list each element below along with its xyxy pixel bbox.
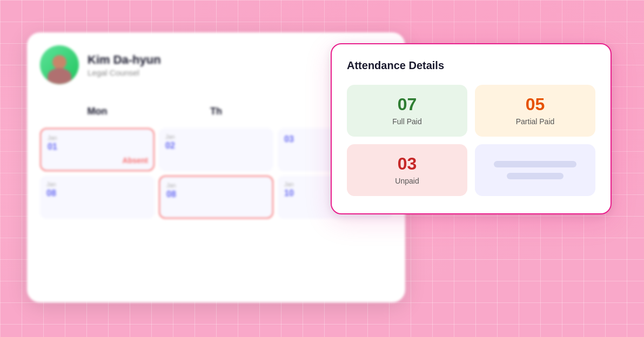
cal-month: Jan	[166, 182, 266, 188]
stat-label-unpaid: Unpaid	[355, 177, 459, 185]
profile-name: Kim Da-hyun	[88, 53, 161, 67]
stat-number-unpaid: 03	[355, 155, 459, 172]
stat-number-full-paid: 07	[355, 96, 459, 113]
cal-month: Jan	[165, 133, 267, 140]
stats-grid: 07 Full Paid 05 Partial Paid 03 Unpaid	[347, 85, 595, 196]
attendance-details-card: Attendance Details 07 Full Paid 05 Parti…	[331, 43, 612, 214]
avatar	[40, 45, 79, 84]
cal-status-absent: Absent	[123, 156, 148, 165]
cal-cell-jan08a: Jan 08	[40, 176, 155, 219]
cal-cell-jan02: Jan 02	[159, 128, 273, 171]
profile-role: Legal Counsel	[88, 68, 161, 77]
profile-info: Kim Da-hyun Legal Counsel	[88, 53, 161, 77]
cal-cell-jan08b: Jan 08	[159, 176, 273, 219]
day-label-th: Th	[159, 102, 273, 122]
placeholder-bar-1	[494, 161, 576, 167]
stat-label-full-paid: Full Paid	[355, 117, 459, 126]
cal-cell-jan01: Jan 01 Absent	[40, 128, 155, 171]
day-label-mon: Mon	[40, 102, 155, 122]
attendance-title: Attendance Details	[347, 59, 595, 72]
cal-date: 02	[165, 141, 267, 151]
stat-card-full-paid: 07 Full Paid	[347, 85, 467, 137]
cal-month: Jan	[46, 181, 148, 187]
placeholder-bar-2	[507, 173, 564, 179]
cal-date: 08	[46, 188, 148, 198]
cal-month: Jan	[48, 134, 147, 141]
stat-number-partial-paid: 05	[484, 96, 587, 113]
cal-date: 08	[166, 190, 266, 199]
cal-date: 01	[48, 142, 147, 152]
stat-label-partial-paid: Partial Paid	[484, 117, 587, 126]
stat-card-unpaid: 03 Unpaid	[347, 144, 467, 196]
stat-card-placeholder	[475, 144, 595, 196]
stat-card-partial-paid: 05 Partial Paid	[475, 85, 595, 137]
